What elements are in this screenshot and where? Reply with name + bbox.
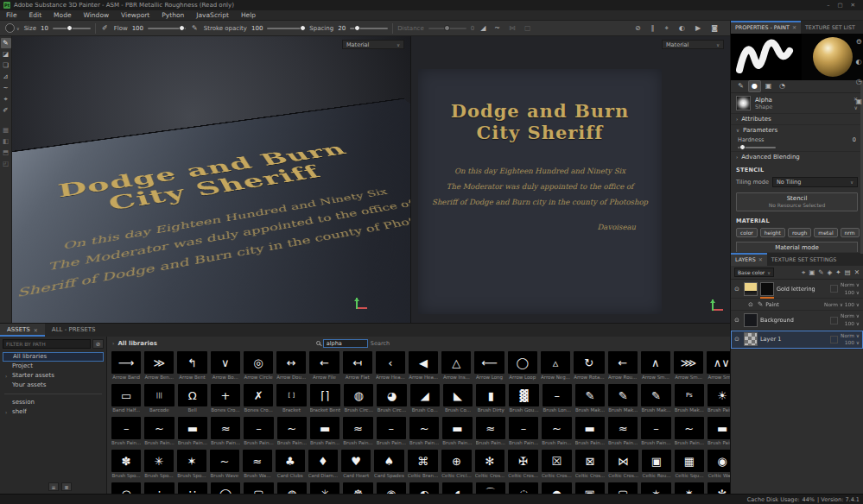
asset-arrow-sm[interactable]: ∧Arrow Sm...: [640, 350, 671, 381]
asset-thumbnail[interactable]: ▢: [607, 482, 638, 494]
asset-celtic-circl[interactable]: ⊕Celtic Circl...: [441, 449, 473, 480]
layer-name[interactable]: Gold lettering: [777, 286, 828, 293]
asset-thumbnail[interactable]: ▢: [243, 482, 274, 494]
layer-fill-thumbnail[interactable]: [744, 282, 758, 296]
sidebar-item-session[interactable]: session: [3, 398, 104, 407]
tool-projection-icon[interactable]: ❏: [1, 60, 11, 71]
menu-viewport[interactable]: Viewport: [115, 10, 155, 21]
alpha-row[interactable]: Alpha Shape ✕ ∨: [731, 93, 863, 113]
asset-brush-spo[interactable]: ✳Brush Spo...: [143, 449, 175, 480]
asset-celtic-cros[interactable]: ✠Celtic Cros...: [507, 449, 539, 480]
asset-thumbnail[interactable]: ✳: [309, 482, 340, 494]
viewport-2d-display-dropdown[interactable]: Material∨: [662, 40, 724, 49]
flow-slider[interactable]: [148, 28, 186, 29]
layer-thumbnail[interactable]: [744, 332, 758, 346]
asset-arrow-long[interactable]: ⟵Arrow Long: [473, 350, 504, 381]
asset-bones-cro[interactable]: ✗Bones Cro...: [243, 383, 274, 414]
asset-brush-pain[interactable]: ≈Brush Pain...: [210, 416, 241, 447]
menu-window[interactable]: Window: [78, 10, 116, 21]
asset-thumbnail[interactable]: ∴: [143, 482, 175, 494]
add-fill-layer-icon[interactable]: ◈: [828, 268, 833, 277]
asset-brush-pain[interactable]: –Brush Pain...: [508, 416, 539, 447]
sidebar-item-all-libraries[interactable]: All libraries: [3, 352, 104, 362]
asset-brush-lon[interactable]: –Brush Lon...: [542, 383, 573, 414]
layer-mask-thumbnail[interactable]: [760, 282, 774, 296]
brush-caret-icon[interactable]: ∨: [16, 26, 20, 31]
list-view-icon[interactable]: ≡: [48, 482, 59, 491]
asset-card-clubs[interactable]: ♣Card Clubs: [275, 449, 306, 480]
menu-mode[interactable]: Mode: [48, 10, 77, 21]
asset-arrow-ins[interactable]: △Arrow Ins...: [441, 350, 472, 381]
visibility-eye-icon[interactable]: ⊙: [748, 301, 755, 308]
viewport-3d-display-dropdown[interactable]: Material∨: [342, 40, 404, 49]
asset-brush-pain[interactable]: ▬Brush Pain...: [309, 416, 340, 447]
asset-arrow-hea[interactable]: ‹Arrow Hea...: [375, 350, 406, 381]
alpha-thumbnail[interactable]: [736, 96, 751, 110]
view-2d-icon[interactable]: ◰: [1, 159, 11, 169]
asset-brush-pain[interactable]: ▬Brush Pain...: [441, 416, 473, 447]
tab-layers[interactable]: LAYERS✕: [731, 253, 767, 266]
pick-material-icon[interactable]: ⌖: [802, 268, 805, 277]
asset-celtic-cros[interactable]: ✻Celtic Cros...: [474, 449, 506, 480]
close-icon[interactable]: ✕: [851, 2, 855, 9]
model-plaque-3d[interactable]: Dodge and Burn City Sheriff On this day …: [12, 99, 410, 323]
asset-brush-pain[interactable]: ▬Brush Pain...: [177, 416, 208, 447]
asset-thumbnail[interactable]: ◉: [376, 482, 407, 494]
brush-flow-icon[interactable]: ✐: [100, 24, 110, 32]
tab-all-presets[interactable]: ALL - PRESETS: [45, 324, 103, 337]
asset-brush-spo[interactable]: ✽Brush Spo...: [111, 449, 142, 480]
layer-effect-paint[interactable]: ⊙ ✎ Paint Norm ∨ 100 ∨: [731, 299, 863, 311]
menu-javascript[interactable]: JavaScript: [190, 10, 235, 21]
asset-brush-pain[interactable]: ~Brush Pain...: [409, 416, 440, 447]
asset-brush-pain[interactable]: –Brush Pain...: [376, 416, 407, 447]
asset-thumbnail[interactable]: ◌: [508, 482, 539, 494]
filter-by-path-input[interactable]: [3, 339, 91, 349]
asset-band-half[interactable]: ▭Band Half...: [111, 383, 142, 414]
asset-arrow-bo[interactable]: ∨Arrow Bo...: [210, 350, 241, 381]
asset-thumbnail[interactable]: ◯: [210, 482, 241, 494]
stroke-opacity-value[interactable]: 100: [251, 25, 263, 32]
detail-view-icon[interactable]: ≣: [61, 482, 72, 491]
falloff-icon[interactable]: ◢: [479, 24, 487, 32]
asset-thumbnail[interactable]: ⌒: [475, 482, 506, 494]
layer-row-background[interactable]: ⊙ Background Norm ∨ 100 ∨: [731, 311, 863, 330]
attributes-section[interactable]: › Attributes: [731, 113, 863, 124]
asset-card-heart[interactable]: ♥Card Heart: [340, 449, 371, 480]
asset-card-spades[interactable]: ♠Card Spades: [373, 449, 405, 480]
asset-brush-pain[interactable]: ≈Brush Pain...: [475, 416, 506, 447]
close-icon[interactable]: ✕: [34, 324, 38, 337]
tool-polygon-fill-icon[interactable]: ⊿: [1, 72, 11, 82]
chevron-right-icon[interactable]: ›: [5, 407, 7, 417]
asset-arrow-circle[interactable]: ◎Arrow Circle: [243, 350, 274, 381]
filter-visibility-icon[interactable]: ⊘: [92, 339, 104, 349]
stroke-icon[interactable]: ✎: [190, 24, 200, 32]
alpha-properties-icon[interactable]: ▣: [763, 81, 774, 91]
lazy-mouse-icon[interactable]: ⊘: [633, 24, 643, 32]
menu-file[interactable]: File: [0, 10, 23, 21]
menu-help[interactable]: Help: [235, 10, 262, 21]
asset-celtic-cros[interactable]: ☒Celtic Cros...: [541, 449, 573, 480]
asset-arrow-band[interactable]: ⟶Arrow Band: [111, 350, 142, 381]
minimize-icon[interactable]: –: [827, 2, 829, 9]
history-icon[interactable]: ◷: [855, 78, 862, 85]
delete-layer-icon[interactable]: ✕: [854, 268, 860, 277]
stencil-properties-icon[interactable]: ◔: [777, 81, 788, 91]
asset-arrow-bent[interactable]: ↰Arrow Bent: [176, 350, 207, 381]
tool-material-picker-icon[interactable]: ✐: [1, 105, 11, 116]
menu-python[interactable]: Python: [155, 10, 190, 21]
asset-bracket-bent[interactable]: ⌈⌉Bracket Bent: [309, 383, 342, 414]
visibility-eye-icon[interactable]: ⊙: [734, 317, 741, 324]
asset-celtic-rou[interactable]: ▣Celtic Rou...: [641, 449, 672, 480]
asset-bones-cro[interactable]: +Bones Cro...: [210, 383, 241, 414]
shader-settings-icon[interactable]: ◐: [855, 58, 862, 66]
alpha-subtitle[interactable]: Shape: [755, 104, 849, 110]
sidebar-item-shelf[interactable]: ›shelf: [3, 407, 104, 417]
hardness-slider[interactable]: [738, 147, 776, 148]
tool-clone-icon[interactable]: ⌖: [1, 94, 11, 104]
asset-thumbnail[interactable]: ✶: [640, 482, 671, 494]
tab-properties-paint[interactable]: PROPERTIES - PAINT✕: [731, 21, 801, 34]
asset-brush-pain[interactable]: –Brush Pain...: [111, 416, 142, 447]
layer-channel-select[interactable]: Base color ∨: [734, 268, 774, 277]
asset-celtic-cros[interactable]: ⋈Celtic Cros...: [607, 449, 639, 480]
viewport-3d[interactable]: Material∨ Dodge and Burn City Sheriff On…: [12, 36, 410, 323]
